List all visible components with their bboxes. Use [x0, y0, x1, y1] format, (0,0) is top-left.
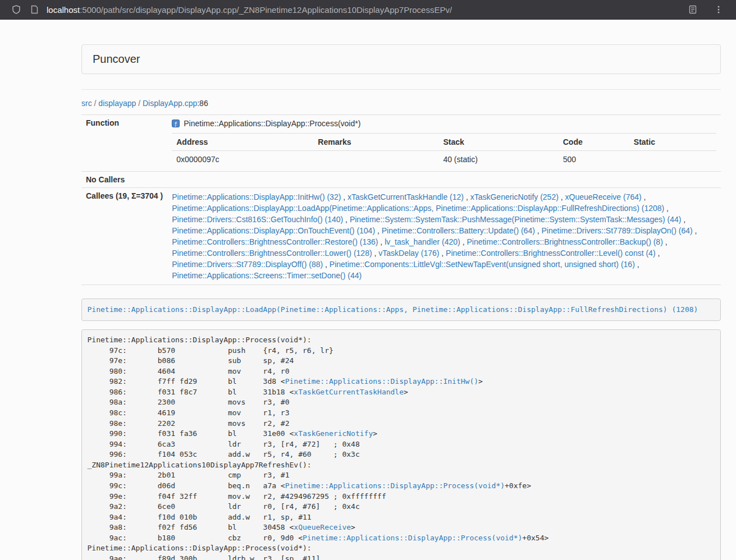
- callee-link[interactable]: xTaskGenericNotify (252): [470, 192, 559, 201]
- callee-link[interactable]: Pinetime::Drivers::St7789::DisplayOn() (…: [542, 226, 693, 235]
- url-path: :5000/path/src/displayapp/DisplayApp.cpp…: [80, 5, 452, 15]
- callee-link[interactable]: Pinetime::Controllers::BrightnessControl…: [172, 249, 372, 258]
- column-header: Code: [559, 134, 629, 151]
- callee-link[interactable]: Pinetime::Drivers::St7789::DisplayOff() …: [172, 260, 323, 269]
- function-row-label: Function: [81, 115, 167, 172]
- column-header: Static: [629, 134, 716, 151]
- column-value: [629, 151, 716, 168]
- callee-link[interactable]: Pinetime::Components::LittleVgl::SetNewT…: [330, 260, 635, 269]
- callee-link[interactable]: vTaskDelay (176): [378, 249, 439, 258]
- divider: [81, 89, 721, 90]
- kebab-menu-icon[interactable]: [711, 2, 726, 17]
- column-value: [313, 151, 438, 168]
- callee-link[interactable]: Pinetime::Applications::DisplayApp::Init…: [172, 192, 341, 201]
- brand-panel: Puncover: [81, 44, 721, 74]
- breadcrumb: src / displayapp / DisplayApp.cpp:86: [81, 99, 721, 108]
- column-value: 0x0000097c: [172, 151, 313, 168]
- code-symbol-link[interactable]: xQueueReceive: [294, 523, 351, 531]
- url-text: localhost:5000/path/src/displayapp/Displ…: [47, 5, 452, 15]
- code-symbol-link[interactable]: xTaskGetCurrentTaskHandle: [294, 388, 404, 396]
- callee-link[interactable]: Pinetime::Applications::DisplayApp::OnTo…: [172, 226, 375, 235]
- svg-text:ƒ: ƒ: [175, 121, 177, 127]
- highlighted-snippet: Pinetime::Applications::DisplayApp::Load…: [81, 299, 721, 321]
- no-callers-label: No Callers: [81, 172, 167, 188]
- code-symbol-link[interactable]: Pinetime::Applications::DisplayApp::Proc…: [303, 534, 522, 542]
- symbol-detail-table: AddressRemarksStackCodeStatic 0x0000097c…: [172, 133, 716, 168]
- shield-icon[interactable]: [9, 2, 24, 17]
- callee-link[interactable]: Pinetime::Controllers::Battery::Update()…: [382, 226, 535, 235]
- browser-toolbar: localhost:5000/path/src/displayapp/Displ…: [0, 0, 736, 20]
- callee-link[interactable]: Pinetime::Drivers::Cst816S::GetTouchInfo…: [172, 215, 343, 224]
- column-header: Remarks: [313, 134, 438, 151]
- callee-link[interactable]: xTaskGetCurrentTaskHandle (12): [348, 192, 464, 201]
- callee-link[interactable]: Pinetime::Applications::Screens::Timer::…: [172, 271, 362, 280]
- callees-row: Callees (19, Σ=3704 ) Pinetime::Applicat…: [81, 188, 721, 285]
- breadcrumb-line-number: :86: [197, 99, 208, 108]
- highlighted-callee-link[interactable]: Pinetime::Applications::DisplayApp::Load…: [88, 305, 698, 314]
- column-header: Address: [172, 134, 313, 151]
- detail-value-row: 0x0000097c40 (static)500: [172, 151, 716, 168]
- callees-row-label: Callees (19, Σ=3704 ): [81, 188, 167, 285]
- page-info-icon[interactable]: [27, 2, 42, 17]
- callee-link[interactable]: Pinetime::System::SystemTask::PushMessag…: [350, 215, 682, 224]
- callee-link[interactable]: Pinetime::Controllers::BrightnessControl…: [467, 237, 662, 246]
- code-symbol-link[interactable]: xTaskGenericNotify: [294, 429, 373, 438]
- callees-list: Pinetime::Applications::DisplayApp::Init…: [167, 188, 721, 285]
- callers-row: No Callers: [81, 172, 721, 188]
- callee-link[interactable]: xQueueReceive (764): [565, 192, 642, 201]
- callee-link[interactable]: Pinetime::Controllers::BrightnessControl…: [172, 237, 378, 246]
- reader-mode-icon[interactable]: [685, 2, 700, 17]
- symbol-line: ƒ Pinetime::Applications::DisplayApp::Pr…: [172, 118, 716, 132]
- column-value: 500: [559, 151, 629, 168]
- function-type-icon: ƒ: [172, 120, 180, 127]
- page-content: Puncover src / displayapp / DisplayApp.c…: [81, 20, 721, 560]
- callee-link[interactable]: Pinetime::Applications::DisplayApp::Load…: [172, 204, 664, 213]
- column-value: 40 (static): [438, 151, 558, 168]
- code-symbol-link[interactable]: Pinetime::Applications::DisplayApp::Init…: [285, 377, 478, 385]
- code-symbol-link[interactable]: Pinetime::Applications::DisplayApp::Proc…: [285, 481, 505, 490]
- breadcrumb-link[interactable]: DisplayApp.cpp: [143, 99, 197, 108]
- url-bar[interactable]: localhost:5000/path/src/displayapp/Displ…: [27, 2, 685, 17]
- function-row: Function ƒ Pinetime::Applications::Displ…: [81, 115, 721, 172]
- brand-title[interactable]: Puncover: [93, 53, 140, 65]
- function-symbol-name: Pinetime::Applications::DisplayApp::Proc…: [184, 119, 360, 128]
- callee-link[interactable]: lv_task_handler (420): [385, 237, 460, 246]
- breadcrumb-separator: /: [136, 99, 143, 108]
- column-header: Stack: [438, 134, 558, 151]
- function-info-table: Function ƒ Pinetime::Applications::Displ…: [81, 114, 721, 285]
- detail-header-row: AddressRemarksStackCodeStatic: [172, 134, 716, 151]
- callee-link[interactable]: Pinetime::Controllers::BrightnessControl…: [446, 249, 655, 258]
- breadcrumb-link[interactable]: displayapp: [98, 99, 136, 108]
- disassembly-block: Pinetime::Applications::DisplayApp::Proc…: [81, 329, 721, 560]
- toolbar-actions: [685, 2, 728, 17]
- url-host: localhost: [47, 5, 80, 15]
- breadcrumb-separator: /: [92, 99, 99, 108]
- breadcrumb-link[interactable]: src: [81, 99, 92, 108]
